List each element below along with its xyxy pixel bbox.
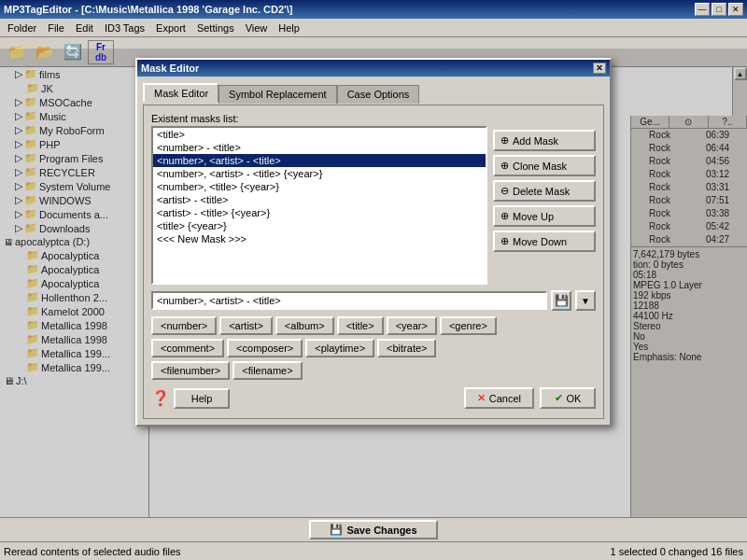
- help-section: ❓ Help: [151, 388, 230, 409]
- token-composer[interactable]: <composer>: [227, 339, 303, 357]
- dialog-close-button[interactable]: ✕: [593, 63, 606, 74]
- token-row-3: <filenumber> <filename>: [151, 361, 596, 380]
- title-bar-text: MP3TagEditor - [C:\Music\Metallica 1998 …: [4, 4, 292, 15]
- move-down-button[interactable]: ⊕ Move Down: [493, 231, 596, 252]
- mask-save-button[interactable]: 💾: [551, 290, 571, 311]
- mask-action-buttons: ⊕ Add Mask ⊕ Clone Mask ⊖ Delete Mask: [493, 113, 596, 285]
- menu-id3tags[interactable]: ID3 Tags: [99, 21, 150, 35]
- ok-button[interactable]: ✔ OK: [540, 387, 596, 409]
- mask-editor-dialog: Mask Editor ✕ Mask Editor Symbol Replace…: [135, 58, 612, 427]
- token-artist[interactable]: <artist>: [219, 316, 273, 335]
- title-bar-buttons: — □ ✕: [695, 3, 743, 16]
- token-genre[interactable]: <genre>: [440, 316, 497, 335]
- save-changes-button[interactable]: 💾 Save Changes: [309, 520, 437, 539]
- dialog-footer: ❓ Help ✕ Cancel ✔ OK: [151, 384, 596, 411]
- mask-dropdown-button[interactable]: ▼: [575, 290, 596, 311]
- mask-list-label: Existent masks list:: [151, 113, 487, 124]
- status-right: 1 selected 0 changed 16 files: [611, 546, 744, 557]
- clone-icon: ⊕: [500, 160, 509, 172]
- move-up-button[interactable]: ⊕ Move Up: [493, 205, 596, 227]
- close-button[interactable]: ✕: [728, 3, 743, 16]
- dialog-title: Mask Editor: [141, 63, 199, 74]
- token-filenumber[interactable]: <filenumber>: [151, 361, 230, 380]
- token-bitrate[interactable]: <bitrate>: [377, 339, 436, 357]
- help-icon: ❓: [151, 389, 170, 407]
- status-bar: Reread contents of selected audio files …: [0, 541, 747, 560]
- maximize-button[interactable]: □: [712, 3, 726, 16]
- token-number[interactable]: <number>: [151, 316, 217, 335]
- add-icon: ⊕: [500, 134, 509, 147]
- footer-actions: ✕ Cancel ✔ OK: [464, 387, 596, 409]
- token-album[interactable]: <album>: [275, 316, 334, 335]
- mask-item-title[interactable]: <title>: [153, 128, 486, 141]
- token-title[interactable]: <title>: [337, 316, 384, 335]
- status-left: Reread contents of selected audio files: [4, 546, 611, 557]
- menu-bar: Folder File Edit ID3 Tags Export Setting…: [0, 19, 747, 37]
- move-down-icon: ⊕: [500, 235, 509, 247]
- tab-mask-editor[interactable]: Mask Editor: [143, 83, 218, 102]
- token-row-2: <comment> <composer> <playtime> <bitrate…: [151, 339, 596, 357]
- save-bar: 💾 Save Changes: [0, 517, 747, 541]
- move-up-icon: ⊕: [500, 210, 509, 222]
- mask-input-row: 💾 ▼: [151, 290, 596, 311]
- tab-bar: Mask Editor Symbol Replacement Case Opti…: [143, 82, 604, 101]
- minimize-button[interactable]: —: [695, 3, 710, 16]
- add-mask-button[interactable]: ⊕ Add Mask: [493, 130, 596, 151]
- cancel-icon: ✕: [477, 392, 486, 404]
- mask-item-artist-title[interactable]: <artist> - <title>: [153, 193, 486, 206]
- tab-case-options[interactable]: Case Options: [337, 85, 420, 104]
- mask-list-section: Existent masks list: <title> <number> - …: [151, 113, 596, 285]
- dialog-overlay: Mask Editor ✕ Mask Editor Symbol Replace…: [0, 49, 747, 517]
- menu-settings[interactable]: Settings: [191, 21, 240, 35]
- title-bar: MP3TagEditor - [C:\Music\Metallica 1998 …: [0, 0, 747, 19]
- menu-edit[interactable]: Edit: [70, 21, 99, 35]
- clone-mask-button[interactable]: ⊕ Clone Mask: [493, 155, 596, 176]
- menu-file[interactable]: File: [42, 21, 70, 35]
- mask-input-field[interactable]: [151, 291, 547, 310]
- ok-icon: ✔: [555, 392, 563, 404]
- mask-item-number-artist-title[interactable]: <number>, <artist> - <title>: [153, 154, 486, 167]
- menu-view[interactable]: View: [240, 21, 274, 35]
- dialog-body: Mask Editor Symbol Replacement Case Opti…: [137, 77, 610, 425]
- dialog-title-bar: Mask Editor ✕: [137, 60, 610, 77]
- tab-symbol-replacement[interactable]: Symbol Replacement: [218, 85, 337, 104]
- token-year[interactable]: <year>: [387, 316, 437, 335]
- mask-item-number-title[interactable]: <number> - <title>: [153, 141, 486, 154]
- mask-list-container: Existent masks list: <title> <number> - …: [151, 113, 487, 285]
- menu-help[interactable]: Help: [273, 21, 305, 35]
- token-row-1: <number> <artist> <album> <title> <year>…: [151, 316, 596, 335]
- token-comment[interactable]: <comment>: [151, 339, 224, 357]
- delete-mask-button[interactable]: ⊖ Delete Mask: [493, 180, 596, 202]
- mask-item-artist-title-year[interactable]: <artist> - <title> {<year>}: [153, 206, 486, 219]
- cancel-button[interactable]: ✕ Cancel: [464, 387, 534, 409]
- menu-export[interactable]: Export: [150, 21, 191, 35]
- token-playtime[interactable]: <playtime>: [305, 339, 374, 357]
- mask-list[interactable]: <title> <number> - <title> <number>, <ar…: [151, 126, 487, 285]
- mask-item-new[interactable]: <<< New Mask >>>: [153, 232, 486, 245]
- mask-item-number-title-year[interactable]: <number>, <title> {<year>}: [153, 180, 486, 193]
- token-filename[interactable]: <filename>: [233, 361, 302, 380]
- menu-folder[interactable]: Folder: [2, 21, 42, 35]
- delete-icon: ⊖: [500, 185, 509, 197]
- mask-item-number-artist-title-year[interactable]: <number>, <artist> - <title> {<year>}: [153, 167, 486, 180]
- tab-content-mask-editor: Existent masks list: <title> <number> - …: [143, 105, 604, 419]
- save-icon: 💾: [330, 524, 343, 536]
- help-button[interactable]: Help: [174, 388, 230, 409]
- mask-item-title-year[interactable]: <title> {<year>}: [153, 219, 486, 232]
